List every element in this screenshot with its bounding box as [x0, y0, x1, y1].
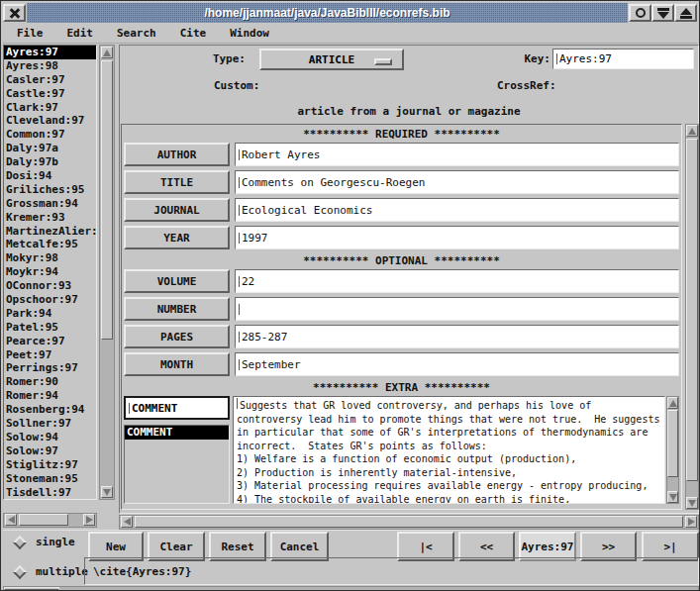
- reference-list-item[interactable]: Casler:97: [4, 73, 96, 87]
- reference-list-item[interactable]: Stoneman:95: [4, 472, 96, 486]
- key-value: Ayres:97: [559, 52, 612, 65]
- reference-list-item[interactable]: Sollner:97: [4, 417, 96, 431]
- scroll-up-arrow-icon[interactable]: [101, 47, 113, 58]
- field-input[interactable]: 22: [235, 269, 679, 293]
- menu-item[interactable]: Cite: [180, 27, 207, 40]
- custom-label: Custom:: [214, 79, 259, 92]
- field-input[interactable]: September: [235, 352, 679, 376]
- comment-vscrollbar[interactable]: [666, 396, 679, 504]
- key-input[interactable]: Ayres:97: [552, 49, 694, 69]
- reference-list-item[interactable]: Solow:94: [4, 431, 96, 444]
- circle-icon: [636, 8, 646, 18]
- scrollbar-thumb[interactable]: [686, 139, 698, 481]
- scroll-up-arrow-icon[interactable]: [686, 125, 698, 137]
- field-row: MONTH September: [124, 352, 679, 376]
- scroll-left-arrow-icon[interactable]: [121, 516, 133, 528]
- reference-list-item[interactable]: Dosi:94: [4, 169, 96, 183]
- menu-item[interactable]: Edit: [67, 27, 94, 40]
- reference-list-item[interactable]: Patel:95: [4, 321, 96, 335]
- field-input[interactable]: Comments on Georgescu-Roegen: [235, 170, 679, 194]
- entry-form: ********** REQUIRED ********** AUTHOR Ro…: [121, 124, 682, 510]
- menu-item[interactable]: Window: [230, 27, 269, 40]
- scrollbar-thumb[interactable]: [135, 516, 683, 528]
- type-option-menu[interactable]: ARTICLE: [259, 49, 404, 70]
- reference-list-vscrollbar[interactable]: [99, 45, 115, 500]
- reference-list-item[interactable]: Castle:97: [4, 87, 96, 101]
- reference-list-item[interactable]: Daly:97a: [4, 142, 96, 155]
- field-input[interactable]: [235, 297, 679, 321]
- scroll-left-arrow-icon[interactable]: [5, 514, 17, 526]
- reference-list: Ayres:97Ayres:98Casler:97Castle:97Clark:…: [3, 45, 97, 500]
- scroll-right-arrow-icon[interactable]: [83, 514, 95, 526]
- menu-item[interactable]: Search: [117, 27, 156, 40]
- reference-list-item[interactable]: Moykr:94: [4, 265, 96, 279]
- menubar: FileEditSearchCiteWindow: [3, 23, 697, 44]
- reference-list-item[interactable]: Tisdell:97: [4, 486, 96, 500]
- scroll-down-arrow-icon[interactable]: [101, 486, 113, 498]
- reference-list-item[interactable]: Clark:97: [4, 101, 96, 115]
- reference-list-item[interactable]: Romer:90: [4, 375, 96, 389]
- extra-field-list: COMMENT: [124, 425, 230, 504]
- entry-form-vscrollbar[interactable]: [685, 124, 699, 510]
- reference-list-item[interactable]: Perrings:97: [4, 361, 96, 375]
- shade-button[interactable]: [651, 4, 674, 22]
- field-label-button[interactable]: MONTH: [124, 352, 230, 376]
- single-mode-radio[interactable]: single: [11, 536, 75, 548]
- reference-list-item[interactable]: Romer:94: [4, 389, 96, 403]
- reference-list-item[interactable]: Stiglitz:97: [4, 458, 96, 472]
- scrollbar-thumb[interactable]: [19, 514, 68, 526]
- scrollbar-thumb[interactable]: [667, 410, 678, 477]
- reference-list-item[interactable]: Pearce:97: [4, 335, 96, 348]
- field-label-button[interactable]: JOURNAL: [124, 198, 230, 222]
- reference-list-item[interactable]: Daly:97b: [4, 155, 96, 169]
- reference-list-item[interactable]: Grossman:94: [4, 197, 96, 211]
- iconify-button[interactable]: [629, 4, 651, 22]
- field-input[interactable]: Ecological Economics: [235, 198, 679, 222]
- extra-field-name-input[interactable]: COMMENT: [124, 396, 230, 420]
- field-input[interactable]: 285-287: [235, 325, 679, 348]
- cite-field[interactable]: \cite{Ayres:97}: [84, 557, 699, 585]
- reference-list-item[interactable]: Park:94: [4, 307, 96, 321]
- reference-list-item[interactable]: Cleveland:97: [4, 114, 96, 128]
- close-button[interactable]: [3, 4, 26, 22]
- field-label-button[interactable]: TITLE: [124, 170, 230, 194]
- menu-item[interactable]: File: [17, 27, 44, 40]
- comment-textarea[interactable]: Suggests that GR loved controversy, and …: [233, 396, 665, 504]
- reference-list-item[interactable]: Opschoor:97: [4, 293, 96, 307]
- reference-list-item[interactable]: Common:97: [4, 128, 96, 142]
- reference-list-item[interactable]: Ayres:97: [4, 46, 96, 59]
- scroll-up-arrow-icon[interactable]: [667, 397, 678, 409]
- extra-field-list-item[interactable]: COMMENT: [125, 426, 229, 440]
- reference-list-item[interactable]: OConnor:93: [4, 279, 96, 293]
- reference-list-item[interactable]: Peet:97: [4, 348, 96, 362]
- field-label-button[interactable]: AUTHOR: [124, 143, 230, 166]
- multiple-mode-radio[interactable]: multiple: [11, 565, 88, 578]
- reference-list-item[interactable]: MartinezAlier:9: [4, 225, 96, 239]
- scroll-right-arrow-icon[interactable]: [685, 516, 697, 528]
- reference-list-hscrollbar[interactable]: [3, 513, 97, 528]
- field-label-button[interactable]: YEAR: [124, 226, 230, 249]
- bottom-scroll-strip[interactable]: [3, 586, 699, 591]
- titlebar-drag-area[interactable]: /home/jjanmaat/java/JavaBibIII/econrefs.…: [27, 3, 628, 23]
- key-label: Key:: [519, 52, 550, 65]
- field-input[interactable]: Robert Ayres: [235, 143, 679, 166]
- reference-list-item[interactable]: Kremer:93: [4, 211, 96, 225]
- reference-list-item[interactable]: Rosenberg:94: [4, 403, 96, 417]
- scroll-down-arrow-icon[interactable]: [667, 491, 678, 503]
- reference-list-item[interactable]: Solow:97: [4, 444, 96, 458]
- reference-list-item[interactable]: Ayres:98: [4, 59, 96, 73]
- maximize-button[interactable]: [674, 4, 697, 22]
- reference-list-item[interactable]: Metcalfe:95: [4, 238, 96, 251]
- window-title: /home/jjanmaat/java/JavaBibIII/econrefs.…: [27, 3, 628, 23]
- scroll-down-arrow-icon[interactable]: [686, 497, 698, 509]
- field-label-button[interactable]: PAGES: [124, 325, 230, 348]
- scrollbar-thumb[interactable]: [101, 60, 113, 340]
- titlebar[interactable]: /home/jjanmaat/java/JavaBibIII/econrefs.…: [3, 3, 697, 23]
- scrollbar-thumb[interactable]: [4, 587, 59, 590]
- field-input[interactable]: 1997: [235, 226, 679, 249]
- reference-list-item[interactable]: Mokyr:98: [4, 251, 96, 265]
- entry-form-hscrollbar[interactable]: [119, 515, 699, 530]
- field-label-button[interactable]: VOLUME: [124, 269, 230, 293]
- field-label-button[interactable]: NUMBER: [124, 297, 230, 321]
- reference-list-item[interactable]: Griliches:95: [4, 183, 96, 197]
